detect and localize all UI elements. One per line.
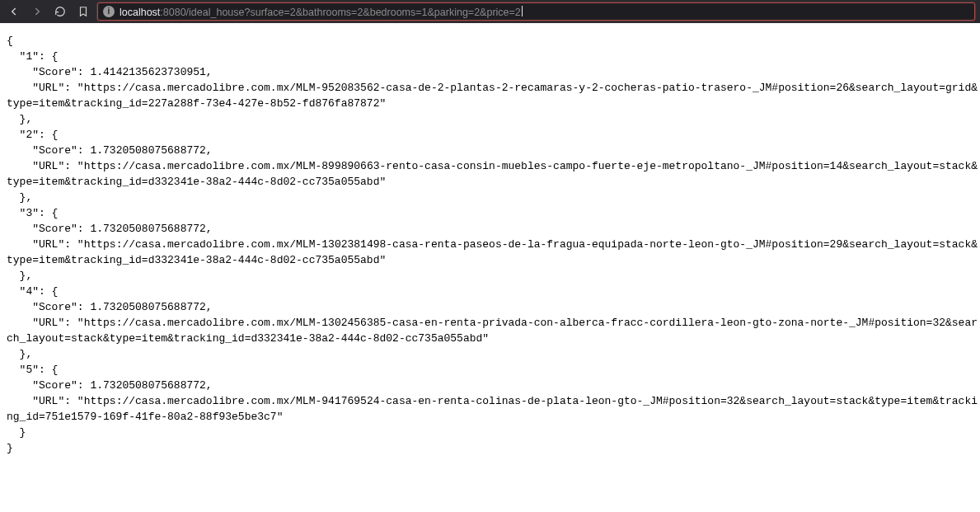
bookmark-icon xyxy=(77,6,89,17)
reload-button[interactable] xyxy=(51,2,69,21)
json-response: { "1": { "Score": 1.4142135623730951, "U… xyxy=(0,26,980,456)
address-bar[interactable]: i localhost:8080/ideal_house?surface=2&b… xyxy=(97,2,975,21)
info-icon: i xyxy=(103,6,115,17)
browser-toolbar: i localhost:8080/ideal_house?surface=2&b… xyxy=(0,0,980,23)
url-text: localhost:8080/ideal_house?surface=2&bat… xyxy=(120,5,523,18)
page-content: { "1": { "Score": 1.4142135623730951, "U… xyxy=(0,23,980,459)
reader-button[interactable] xyxy=(74,2,92,21)
back-button[interactable] xyxy=(5,2,23,21)
forward-icon xyxy=(31,6,43,17)
back-icon xyxy=(8,6,20,17)
url-host: localhost xyxy=(120,7,160,18)
url-path: :8080/ideal_house?surface=2&bathrooms=2&… xyxy=(160,7,520,18)
reload-icon xyxy=(54,6,66,17)
text-caret xyxy=(522,6,523,16)
forward-button[interactable] xyxy=(28,2,46,21)
